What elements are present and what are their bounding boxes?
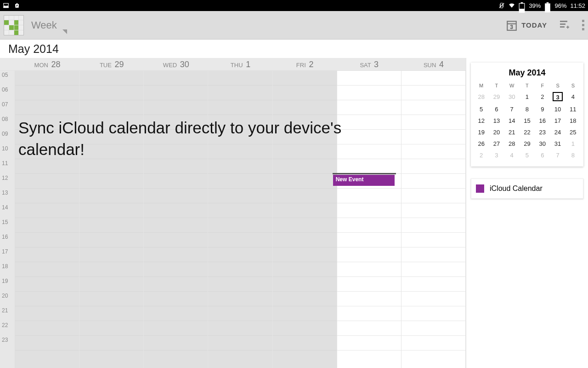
day-column[interactable] (401, 71, 466, 368)
mini-day[interactable]: 28 (474, 90, 489, 104)
mini-dow: T (489, 81, 504, 90)
battery2-icon (544, 2, 551, 9)
mini-day[interactable]: 29 (520, 138, 535, 150)
calendar-legend-item[interactable]: iCloud Calendar (471, 178, 583, 199)
view-spinner[interactable]: Week (31, 19, 67, 31)
hour-label: 17 (0, 247, 15, 262)
day-column[interactable] (79, 71, 144, 368)
mini-day[interactable]: 6 (535, 150, 550, 161)
mini-day[interactable]: 22 (520, 126, 535, 138)
mini-calendar[interactable]: May 2014 MTWTFSS282930123456789101112131… (471, 63, 583, 167)
mini-day[interactable]: 21 (504, 126, 520, 138)
mini-day[interactable]: 7 (504, 104, 520, 115)
day-header[interactable]: WED 30 (144, 58, 208, 70)
mini-day[interactable]: 19 (474, 126, 489, 138)
day-column[interactable] (15, 71, 79, 368)
hour-label: 15 (0, 218, 15, 233)
svg-text:3: 3 (510, 23, 514, 30)
day-header[interactable]: MON 28 (15, 58, 79, 70)
day-column[interactable] (144, 71, 208, 368)
mini-day[interactable]: 11 (565, 104, 581, 115)
mini-day[interactable]: 29 (489, 90, 504, 104)
overflow-menu[interactable] (582, 20, 584, 30)
mini-day[interactable]: 6 (489, 104, 504, 115)
battery1-icon (519, 2, 525, 9)
legend-label: iCloud Calendar (490, 184, 543, 193)
day-header[interactable]: THU 1 (208, 58, 272, 70)
mini-dow: M (474, 81, 489, 90)
calendar-app-icon[interactable] (4, 15, 24, 35)
mini-day[interactable]: 4 (504, 150, 520, 161)
day-header[interactable]: SUN 4 (401, 58, 466, 70)
hour-label: 23 (0, 336, 15, 351)
mini-calendar-title: May 2014 (474, 66, 581, 81)
mini-day[interactable]: 1 (520, 90, 535, 104)
week-view[interactable]: MON 28TUE 29WED 30THU 1FRI 2SAT 3SUN 4 0… (0, 58, 466, 368)
side-panel: May 2014 MTWTFSS282930123456789101112131… (466, 58, 588, 368)
hour-label: 21 (0, 306, 15, 321)
day-column[interactable] (337, 71, 401, 368)
hour-label: 12 (0, 174, 15, 189)
mini-day[interactable]: 2 (535, 90, 550, 104)
mini-day[interactable]: 8 (565, 150, 581, 161)
mini-day[interactable]: 3 (489, 150, 504, 161)
mini-day[interactable]: 25 (565, 126, 581, 138)
hour-label: 19 (0, 277, 15, 292)
mini-day[interactable]: 14 (504, 115, 520, 126)
image-icon (3, 2, 9, 9)
mini-day[interactable]: 8 (520, 104, 535, 115)
mini-day[interactable]: 28 (504, 138, 520, 150)
mini-day[interactable]: 20 (489, 126, 504, 138)
hour-label: 06 (0, 86, 15, 100)
promo-overlay-text: Sync iCloud calendar directly to your de… (18, 117, 377, 161)
action-bar: Week 3 TODAY (0, 11, 588, 40)
day-header[interactable]: TUE 29 (79, 58, 144, 70)
mini-day[interactable]: 30 (504, 90, 520, 104)
hour-label: 16 (0, 233, 15, 247)
day-header[interactable]: FRI 2 (273, 58, 337, 70)
new-event-button[interactable] (559, 19, 570, 32)
mini-day[interactable]: 23 (535, 126, 550, 138)
hour-label: 10 (0, 144, 15, 159)
mini-day[interactable]: 4 (565, 90, 581, 104)
mini-day[interactable]: 12 (474, 115, 489, 126)
mini-day[interactable]: 13 (489, 115, 504, 126)
hour-label: 22 (0, 321, 15, 336)
mini-day[interactable]: 1 (565, 138, 581, 150)
svg-rect-11 (560, 23, 565, 25)
mini-day[interactable]: 15 (520, 115, 535, 126)
today-button[interactable]: 3 TODAY (506, 19, 547, 31)
mini-day[interactable]: 30 (535, 138, 550, 150)
mini-day[interactable]: 3 (550, 90, 565, 104)
mini-day[interactable]: 27 (489, 138, 504, 150)
store-icon (14, 2, 20, 9)
hour-label: 13 (0, 189, 15, 203)
svg-rect-10 (560, 21, 567, 22)
mini-day[interactable]: 10 (550, 104, 565, 115)
mini-day[interactable]: 5 (474, 104, 489, 115)
hour-label: 07 (0, 100, 15, 115)
day-column[interactable] (208, 71, 272, 368)
calendar-event[interactable]: New Event (333, 175, 395, 186)
day-header[interactable]: SAT 3 (337, 58, 401, 70)
month-title: May 2014 (0, 40, 588, 58)
mini-day[interactable]: 18 (565, 115, 581, 126)
svg-rect-3 (521, 2, 523, 3)
mini-day[interactable]: 2 (474, 150, 489, 161)
mini-day[interactable]: 17 (550, 115, 565, 126)
mini-day[interactable]: 9 (535, 104, 550, 115)
day-column[interactable] (273, 71, 337, 368)
svg-rect-12 (560, 26, 565, 28)
mini-day[interactable]: 16 (535, 115, 550, 126)
mini-day[interactable]: 5 (520, 150, 535, 161)
hour-label: 05 (0, 71, 15, 86)
mini-day[interactable]: 7 (550, 150, 565, 161)
mini-dow: T (520, 81, 535, 90)
mini-day[interactable]: 31 (550, 138, 565, 150)
mini-day[interactable]: 26 (474, 138, 489, 150)
wifi-icon (509, 2, 515, 9)
mini-dow: W (504, 81, 520, 90)
mini-day[interactable]: 24 (550, 126, 565, 138)
hour-label: 14 (0, 203, 15, 218)
hour-label: 09 (0, 130, 15, 144)
